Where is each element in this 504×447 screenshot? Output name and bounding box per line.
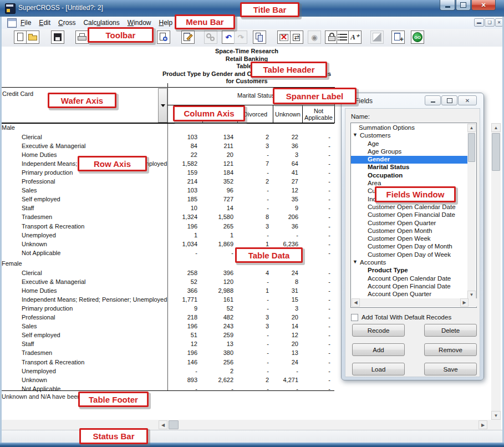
fields-minimize-button[interactable] [425,95,441,105]
field-item-age[interactable]: Age [351,140,467,148]
wafer-axis-label[interactable]: Credit Card [2,90,33,97]
fields-window[interactable]: Fields ✕ Name: Summation Options▼Custome… [341,93,484,380]
mdi-restore-button[interactable]: ❏ [485,18,495,27]
maximize-button[interactable] [456,0,471,11]
field-item-account-open-financial-date[interactable]: Account Open Financial Date [351,283,467,291]
open-button[interactable] [26,31,39,44]
menu-cross[interactable]: Cross [54,17,79,28]
cell: - [297,160,330,167]
cell: 259 [200,332,233,338]
remove-button[interactable]: Remove [424,343,477,356]
field-item-age-groups[interactable]: Age Groups [351,148,467,156]
field-item-marital-status[interactable]: Marital Status [351,164,467,171]
field-item-customer-open-day-of-month[interactable]: Customer Open Day of Month [351,243,467,251]
field-item-gender[interactable]: Gender [351,156,467,164]
callout-menu-bar: Menu Bar [175,14,235,29]
scroll-thumb[interactable] [468,133,475,162]
save-button[interactable]: Save [424,363,477,375]
field-item-accounts[interactable]: ▼Accounts [351,259,467,267]
scroll-right-button[interactable]: ▶ [460,298,469,307]
table-row[interactable]: Not Applicable----- [0,385,493,394]
spanner-label[interactable]: Marital Status [237,92,274,99]
collapse-triangle-icon[interactable]: ▼ [353,132,358,138]
go-button[interactable]: GO [411,31,424,44]
delete-button[interactable]: ✕ [277,31,291,44]
cell: 256 [200,359,233,365]
row-label: Not Applicable [22,250,60,256]
window-frame-bottom [0,443,504,447]
field-item-occupation[interactable]: Occupation [351,172,467,180]
menu-file[interactable]: File [17,17,35,28]
column-header-not-applicable[interactable]: Not Applicable [302,105,334,123]
cell: 22 [265,134,298,140]
scroll-up-button[interactable]: ▲ [491,123,501,132]
callout-row-axis: Row Axis [78,156,147,171]
cell: 218 [164,314,197,321]
close-button[interactable]: ✕ [471,0,496,11]
mdi-minimize-button[interactable]: ▬ [474,18,484,27]
delete-button[interactable]: Delete [424,324,477,337]
field-item-product-type[interactable]: Product Type [351,267,467,275]
record-button[interactable]: ◉ [308,31,321,44]
transpose-button[interactable]: ⇄ [290,31,303,44]
edit-table-button[interactable] [181,31,195,44]
derivations-button[interactable] [204,31,217,44]
add-button[interactable]: Add [352,343,405,356]
field-item-summation-options[interactable]: Summation Options [351,124,467,132]
spanner-tick [167,83,168,87]
field-item-label: Account Open Financial Date [368,283,451,289]
menu-edit[interactable]: Edit [35,17,54,28]
horizontal-scroll-thumb[interactable] [169,420,179,429]
print-preview-button[interactable] [157,31,170,44]
callout-toolbar: Toolbar [88,27,154,43]
copy-button[interactable] [253,31,266,44]
field-item-customer-open-financial-date[interactable]: Customer Open Financial Date [351,211,467,219]
collapse-triangle-icon[interactable]: ▼ [353,259,358,265]
document-icon[interactable] [7,18,17,28]
add-total-checkbox[interactable] [351,314,358,321]
font-size-button[interactable]: A⁺ [348,31,362,44]
undo-button[interactable]: ↶ [222,31,235,44]
new-table-button[interactable] [14,31,27,44]
field-item-customer-open-week[interactable]: Customer Open Week [351,235,467,243]
cell: 9 [164,305,197,312]
scroll-down-button[interactable]: ▼ [467,291,476,299]
fields-list-vscrollbar[interactable]: ▲ ▼ [467,124,476,299]
shading-button[interactable] [370,31,384,44]
scroll-up-button[interactable]: ▲ [467,124,476,132]
redo-button[interactable]: ↷ [234,31,247,44]
cell: 3 [265,151,298,158]
load-button[interactable]: Load [352,363,405,375]
menu-help[interactable]: Help [155,17,176,28]
field-item-customer-open-day-of-week[interactable]: Customer Open Day of Week [351,251,467,259]
mdi-close-button[interactable]: ✕ [495,18,503,27]
minimize-button[interactable] [440,0,455,11]
cell: 2 [236,178,269,185]
horizontal-scrollbar[interactable] [0,420,501,430]
print-button[interactable] [75,31,89,44]
scroll-left-button[interactable]: ◀ [352,298,360,307]
field-item-customer-open-quarter[interactable]: Customer Open Quarter [351,220,467,227]
field-item-customer-open-calendar-date[interactable]: Customer Open Calendar Date [351,204,467,211]
fields-list-hscrollbar[interactable]: ◀ ▶ [352,298,477,307]
fields-close-button[interactable]: ✕ [458,95,477,105]
field-item-customers[interactable]: ▼Customers [351,132,467,140]
save-button[interactable] [51,31,64,44]
annotate-button[interactable]: + [391,31,405,44]
column-header-unknown[interactable]: Unknown [273,105,302,123]
field-item-account-open-calendar-date[interactable]: Account Open Calendar Date [351,275,467,283]
field-item-account-open-quarter[interactable]: Account Open Quarter [351,291,467,297]
row-label: Home Duties [22,287,57,294]
menu-window[interactable]: Window [124,17,155,28]
vertical-scroll-thumb[interactable] [492,133,500,171]
scroll-left-button[interactable]: ◀ [159,420,167,429]
scroll-down-button[interactable]: ▼ [491,411,501,420]
recode-button[interactable]: Recode [352,324,405,337]
scroll-right-button[interactable]: ▶ [478,420,487,429]
annotate-glyph: + [392,31,404,43]
wafer-dropdown-button[interactable] [158,88,167,123]
fields-list[interactable]: Summation Options▼CustomersAgeAge Groups… [350,123,477,308]
menu-calculations[interactable]: Calculations [79,17,123,28]
fields-maximize-button[interactable] [441,95,457,105]
field-item-customer-open-month[interactable]: Customer Open Month [351,227,467,235]
